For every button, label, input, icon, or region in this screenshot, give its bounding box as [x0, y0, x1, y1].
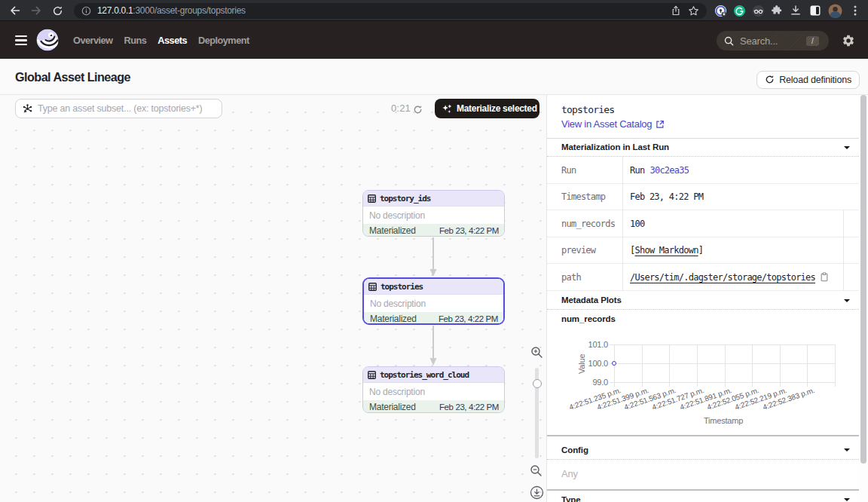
app-navbar: Overview Runs Assets Deployment Search..… — [0, 21, 868, 59]
search-icon — [724, 36, 734, 46]
materialize-selected-button[interactable]: Materialize selected — [435, 99, 539, 118]
table-cell-value: Run 30c2ea35 — [630, 165, 689, 176]
chart-gridline — [807, 344, 808, 387]
asset-node-status: Materialized Feb 23, 4:22 PM — [363, 224, 504, 237]
dagster-logo[interactable] — [35, 28, 60, 52]
browser-toolbar: 127.0.0.1:3000/asset-groups/topstories — [0, 0, 868, 21]
browser-reload-button[interactable] — [50, 0, 64, 21]
edge-topstories-to-word-cloud — [427, 326, 439, 366]
collapse-caret-icon[interactable] — [844, 498, 850, 501]
nav-item-runs[interactable]: Runs — [124, 35, 147, 46]
section-type[interactable]: Type — [547, 491, 859, 502]
collapse-caret-icon[interactable] — [844, 299, 850, 302]
section-config[interactable]: Config — [547, 436, 859, 460]
metadata-table: Run Run 30c2ea35 Timestamp Feb 23, 4:22 … — [547, 157, 859, 291]
asset-node-header: topstories_word_cloud — [363, 367, 504, 383]
table-icon — [368, 194, 376, 203]
table-right-border — [843, 210, 844, 291]
table-row-preview: preview [Show Markdown] — [547, 237, 859, 264]
table-row-num-records: num_records 100 — [547, 210, 859, 237]
table-icon — [368, 371, 376, 379]
chart-gridline — [752, 344, 753, 387]
zoom-out-icon[interactable] — [530, 464, 542, 480]
site-info-icon[interactable] — [80, 0, 92, 21]
address-bar[interactable]: 127.0.0.1:3000/asset-groups/topstories — [74, 3, 707, 19]
chart-y-tick-label: 100.0 — [588, 359, 608, 368]
path-link[interactable]: /Users/tim/.dagster/storage/topstories — [630, 272, 815, 283]
refresh-icon — [765, 75, 775, 84]
chart-gridline — [697, 344, 698, 387]
table-cell-key: preview — [561, 245, 595, 256]
collapse-caret-icon[interactable] — [844, 146, 850, 149]
config-value: Any — [561, 468, 578, 479]
chart-gridline — [725, 344, 726, 387]
chart-gridline — [780, 344, 781, 387]
table-column-divider — [622, 157, 623, 291]
poll-timer: 0:21 — [381, 99, 411, 118]
collapse-caret-icon[interactable] — [844, 448, 850, 451]
plot-metric-label: num_records — [561, 314, 616, 323]
section-metadata-plots[interactable]: Metadata Plots — [547, 291, 859, 310]
table-cell-key: num_records — [561, 219, 615, 229]
zoom-in-icon[interactable] — [530, 346, 543, 362]
extension-glasses-icon[interactable] — [750, 0, 766, 21]
bookmark-star-icon[interactable] — [683, 0, 703, 21]
graph-refresh-icon[interactable] — [413, 104, 423, 114]
table-cell-key: Run — [561, 165, 576, 176]
page-header: Global Asset Lineage Reload definitions — [0, 59, 868, 95]
chart-data-point[interactable] — [612, 361, 616, 366]
section-materialization-last-run[interactable]: Materialization in Last Run — [547, 138, 859, 157]
chart-y-axis-title: Value — [577, 354, 586, 374]
url-text: 127.0.0.1:3000/asset-groups/topstories — [97, 5, 246, 16]
table-row-timestamp: Timestamp Feb 23, 4:22 PM — [547, 184, 859, 210]
panel-scrollbar[interactable] — [859, 95, 868, 502]
external-link-icon — [656, 120, 665, 129]
asset-node-topstories-word-cloud[interactable]: topstories_word_cloud No description Mat… — [362, 366, 505, 413]
extensions-puzzle-icon[interactable] — [769, 0, 784, 21]
chart-y-tick-label: 101.0 — [588, 340, 608, 349]
search-shortcut-badge: / — [806, 36, 819, 46]
asset-node-topstory-ids[interactable]: topstory_ids No description Materialized… — [362, 190, 505, 237]
asset-node-description: No description — [363, 207, 504, 224]
chart-gridline — [614, 344, 615, 387]
extension-square-icon[interactable] — [808, 0, 823, 21]
show-markdown-link[interactable]: Show Markdown — [634, 245, 698, 256]
nav-links: Overview Runs Assets Deployment — [73, 21, 249, 59]
browser-profile-avatar[interactable] — [827, 0, 843, 21]
zoom-slider-handle[interactable] — [533, 379, 542, 388]
extension-1password-icon[interactable] — [713, 0, 728, 21]
table-cell-value: /Users/tim/.dagster/storage/topstories — [630, 272, 829, 283]
downloads-icon[interactable] — [788, 0, 803, 21]
chart-gridline — [642, 344, 643, 387]
hamburger-menu-icon[interactable] — [15, 35, 27, 45]
scrollbar-thumb[interactable] — [860, 95, 866, 464]
global-search[interactable]: Search... / — [717, 31, 829, 51]
sidebar-asset-name: topstories — [561, 104, 614, 115]
recenter-icon[interactable] — [530, 485, 544, 502]
view-in-asset-catalog-link[interactable]: View in Asset Catalog — [561, 118, 665, 130]
asset-graph-canvas[interactable]: 0:21 Materialize selected topstory_ids N… — [0, 95, 547, 502]
edge-topstory-ids-to-topstories — [427, 237, 439, 277]
nav-item-assets[interactable]: Assets — [157, 35, 187, 46]
browser-forward-button[interactable] — [29, 0, 43, 21]
reload-definitions-button[interactable]: Reload definitions — [756, 71, 860, 89]
copy-clipboard-icon[interactable] — [820, 272, 829, 282]
chart-gridline — [610, 344, 835, 345]
asset-node-header: topstories — [364, 279, 503, 295]
asset-node-topstories[interactable]: topstories No description Materialized F… — [362, 277, 505, 325]
nav-item-deployment[interactable]: Deployment — [198, 35, 249, 46]
chart-gridline — [669, 344, 670, 387]
run-id-link[interactable]: 30c2ea35 — [649, 165, 689, 176]
chart-y-tick-label: 99.0 — [592, 378, 608, 387]
page-title: Global Asset Lineage — [15, 70, 130, 84]
asset-node-header: topstory_ids — [363, 191, 504, 207]
nav-item-overview[interactable]: Overview — [73, 35, 113, 46]
screenshot-stage: 127.0.0.1:3000/asset-groups/topstories — [0, 0, 868, 502]
share-icon[interactable] — [668, 0, 683, 21]
asset-sidebar-panel: topstories View in Asset Catalog Materia… — [547, 95, 859, 502]
browser-back-button[interactable] — [8, 0, 22, 21]
extension-grammarly-icon[interactable] — [732, 0, 747, 21]
asset-filter-input[interactable] — [38, 103, 222, 114]
browser-menu-kebab-icon[interactable] — [848, 0, 862, 21]
settings-gear-icon[interactable] — [842, 34, 855, 47]
